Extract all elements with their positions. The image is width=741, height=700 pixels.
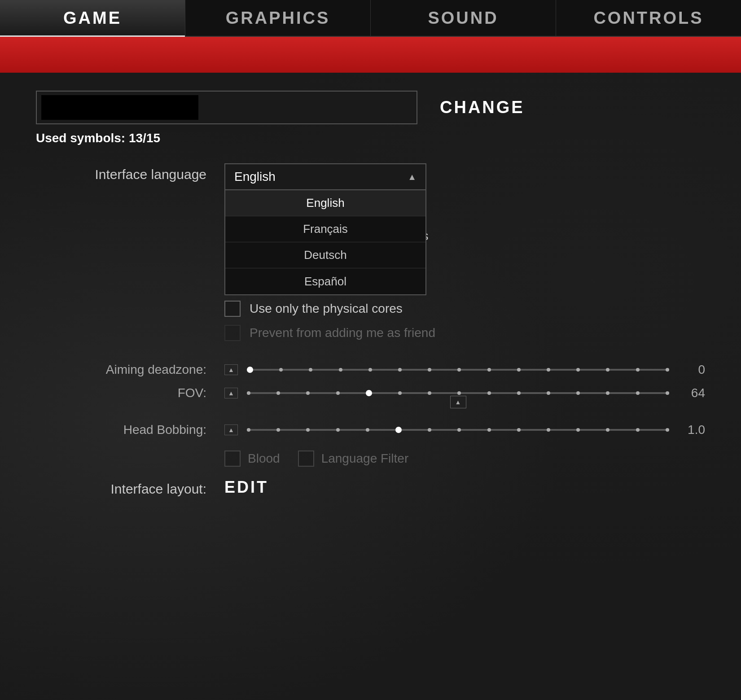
settings-area: Interface language English ▲ English Fra… [36, 163, 705, 497]
slider-dot [487, 391, 491, 395]
language-filter-checkbox-item: Language Filter [298, 451, 409, 467]
head-bobbing-track[interactable] [247, 429, 669, 431]
slider-dot [576, 428, 580, 432]
username-filled-area [41, 95, 198, 120]
slider-dot [606, 391, 609, 395]
interface-language-label: Interface language [36, 163, 224, 182]
slider-dot [666, 368, 669, 372]
fov-handle[interactable] [366, 390, 372, 396]
slider-dot [517, 428, 521, 432]
language-option-deutsch[interactable]: Deutsch [225, 242, 425, 268]
tab-game[interactable]: GAME [0, 0, 185, 36]
slider-dot [428, 368, 431, 372]
slider-dot [517, 368, 521, 372]
slider-dot [457, 428, 461, 432]
checkbox-row-prevent-friend: Prevent from adding me as friend [224, 325, 705, 341]
sliders-section: Aiming deadzone: ▲ [36, 363, 705, 446]
aiming-deadzone-handle[interactable] [247, 367, 253, 373]
slider-dot [606, 368, 609, 372]
head-bobbing-handle[interactable] [395, 427, 402, 433]
tab-controls[interactable]: CONTROLS [556, 0, 741, 36]
slider-dot [366, 428, 369, 432]
physical-cores-label: Use only the physical cores [250, 302, 403, 316]
aiming-deadzone-control: ▲ [224, 363, 705, 377]
slider-dot [576, 368, 580, 372]
aiming-deadzone-row: Aiming deadzone: ▲ [36, 363, 705, 377]
prevent-friend-label: Prevent from adding me as friend [250, 326, 435, 340]
language-option-espanol[interactable]: Español [225, 268, 425, 294]
slider-dot [636, 428, 640, 432]
slider-dot [247, 391, 250, 395]
language-dropdown-options[interactable]: English Français Deutsch Español [224, 190, 426, 295]
language-filter-checkbox[interactable] [298, 451, 314, 467]
slider-dot [457, 368, 461, 372]
tab-graphics[interactable]: GRAPHICS [185, 0, 371, 36]
interface-layout-row: Interface layout: EDIT [36, 478, 705, 497]
fov-up-arrow[interactable]: ▲ [224, 388, 238, 398]
checkbox-row-physical-cores: Use only the physical cores [224, 301, 705, 317]
aiming-deadzone-value: 0 [678, 363, 705, 377]
slider-dot [428, 391, 431, 395]
slider-dot [666, 428, 669, 432]
slider-dot [487, 428, 491, 432]
slider-dot [398, 368, 402, 372]
slider-dot [368, 368, 372, 372]
language-option-francais[interactable]: Français [225, 216, 425, 242]
slider-dot [276, 428, 280, 432]
head-bobbing-row: Head Bobbing: ▲ [36, 423, 705, 437]
edit-button[interactable]: EDIT [224, 478, 268, 497]
fov-value: 64 [678, 386, 705, 400]
username-section: CHANGE [36, 91, 705, 124]
slider-dot [247, 428, 250, 432]
slider-dot [576, 391, 580, 395]
fov-dots [247, 390, 669, 396]
slider-dot [457, 391, 461, 395]
slider-dot [398, 391, 402, 395]
slider-dot [306, 391, 310, 395]
blood-checkbox-item: Blood [224, 451, 280, 467]
fov-control: ▲ [224, 386, 705, 400]
aiming-deadzone-dots [247, 367, 669, 373]
slider-dot [547, 428, 550, 432]
head-bobbing-control: ▲ [224, 423, 705, 437]
slider-dot [547, 391, 550, 395]
slider-dot [279, 368, 283, 372]
tab-sound[interactable]: SOUND [371, 0, 556, 36]
slider-dot [336, 391, 340, 395]
head-bobbing-label: Head Bobbing: [36, 423, 224, 437]
nav-bar: GAME GRAPHICS SOUND CONTROLS [0, 0, 741, 37]
slider-dot [487, 368, 491, 372]
fov-down-arrow[interactable]: ▲ [450, 396, 466, 408]
slider-dot [306, 428, 310, 432]
blood-checkbox[interactable] [224, 451, 241, 467]
aiming-deadzone-track[interactable] [247, 369, 669, 371]
language-dropdown[interactable]: English ▲ English Français Deutsch [224, 163, 426, 190]
main-content: CHANGE Used symbols: 13/15 Interface lan… [0, 73, 741, 515]
slider-dot [636, 368, 640, 372]
aiming-deadzone-label: Aiming deadzone: [36, 363, 224, 377]
head-bobbing-up-arrow[interactable]: ▲ [224, 424, 238, 435]
username-input-wrapper [36, 91, 417, 124]
slider-dot [309, 368, 312, 372]
interface-language-row: Interface language English ▲ English Fra… [36, 163, 705, 190]
head-bobbing-dots [247, 427, 669, 433]
interface-layout-label: Interface layout: [36, 478, 224, 497]
slider-dot [547, 368, 550, 372]
language-option-english[interactable]: English [225, 190, 425, 216]
aiming-deadzone-up-arrow[interactable]: ▲ [224, 364, 238, 375]
language-filter-label: Language Filter [321, 451, 409, 466]
used-symbols-display: Used symbols: 13/15 [36, 131, 705, 145]
red-banner [0, 37, 741, 73]
change-button[interactable]: CHANGE [431, 93, 534, 122]
slider-dot [339, 368, 342, 372]
slider-dot [606, 428, 609, 432]
slider-dot [276, 391, 280, 395]
prevent-friend-checkbox[interactable] [224, 325, 241, 341]
fov-track[interactable]: ▲ [247, 392, 669, 394]
slider-dot [517, 391, 521, 395]
blood-label: Blood [248, 451, 280, 466]
fov-label: FOV: [36, 386, 224, 400]
physical-cores-checkbox[interactable] [224, 301, 241, 317]
bottom-checkboxes: Blood Language Filter [224, 451, 705, 467]
language-dropdown-selected[interactable]: English ▲ [224, 163, 426, 190]
